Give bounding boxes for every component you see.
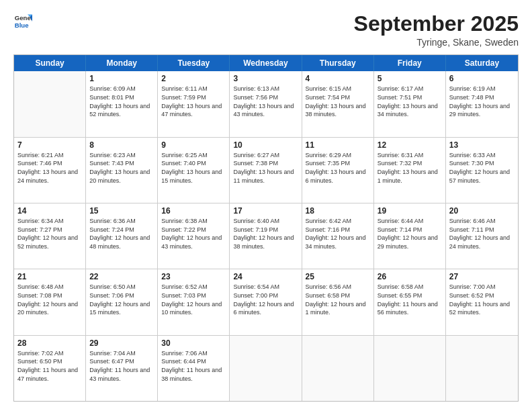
day-number: 24 [233, 271, 298, 282]
cell-info: Sunrise: 7:04 AMSunset: 6:47 PMDaylight:… [89, 349, 154, 383]
calendar-week-3: 14Sunrise: 6:34 AMSunset: 7:27 PMDayligh… [14, 203, 518, 269]
day-number: 4 [306, 73, 371, 84]
empty-cell [302, 336, 374, 401]
calendar: SundayMondayTuesdayWednesdayThursdayFrid… [13, 54, 519, 402]
day-number: 3 [233, 73, 298, 84]
day-number: 22 [89, 271, 154, 282]
day-number: 21 [17, 271, 83, 282]
day-cell-11: 11Sunrise: 6:29 AMSunset: 7:35 PMDayligh… [302, 138, 374, 203]
day-cell-18: 18Sunrise: 6:42 AMSunset: 7:16 PMDayligh… [302, 203, 374, 269]
day-cell-21: 21Sunrise: 6:48 AMSunset: 7:08 PMDayligh… [14, 269, 86, 334]
day-number: 30 [161, 338, 226, 349]
cell-info: Sunrise: 6:11 AMSunset: 7:59 PMDaylight:… [161, 85, 226, 118]
day-header-thursday: Thursday [302, 55, 374, 71]
cell-info: Sunrise: 6:17 AMSunset: 7:51 PMDaylight:… [378, 85, 443, 118]
day-cell-17: 17Sunrise: 6:40 AMSunset: 7:19 PMDayligh… [230, 203, 302, 269]
header: General Blue September 2025 Tyringe, Ska… [13, 12, 519, 48]
day-cell-8: 8Sunrise: 6:23 AMSunset: 7:43 PMDaylight… [86, 138, 158, 203]
day-number: 2 [161, 73, 226, 84]
day-cell-25: 25Sunrise: 6:56 AMSunset: 6:58 PMDayligh… [302, 269, 374, 334]
day-cell-16: 16Sunrise: 6:38 AMSunset: 7:22 PMDayligh… [158, 203, 230, 269]
empty-cell [446, 336, 518, 401]
cell-info: Sunrise: 6:34 AMSunset: 7:27 PMDaylight:… [17, 217, 83, 250]
cell-info: Sunrise: 6:56 AMSunset: 6:58 PMDaylight:… [306, 283, 371, 316]
day-cell-9: 9Sunrise: 6:25 AMSunset: 7:40 PMDaylight… [158, 138, 230, 203]
day-header-sunday: Sunday [14, 55, 86, 71]
cell-info: Sunrise: 6:31 AMSunset: 7:32 PMDaylight:… [378, 151, 443, 185]
cell-info: Sunrise: 6:54 AMSunset: 7:00 PMDaylight:… [233, 283, 298, 316]
empty-cell [14, 71, 86, 136]
cell-info: Sunrise: 6:52 AMSunset: 7:03 PMDaylight:… [161, 283, 226, 316]
day-number: 29 [89, 338, 154, 349]
cell-info: Sunrise: 7:02 AMSunset: 6:50 PMDaylight:… [17, 349, 83, 383]
day-number: 25 [306, 271, 371, 282]
day-number: 28 [17, 338, 83, 349]
day-cell-20: 20Sunrise: 6:46 AMSunset: 7:11 PMDayligh… [446, 203, 518, 269]
day-cell-2: 2Sunrise: 6:11 AMSunset: 7:59 PMDaylight… [158, 71, 230, 136]
cell-info: Sunrise: 6:58 AMSunset: 6:55 PMDaylight:… [378, 283, 443, 316]
day-header-friday: Friday [374, 55, 446, 71]
day-number: 5 [378, 73, 443, 84]
day-cell-14: 14Sunrise: 6:34 AMSunset: 7:27 PMDayligh… [14, 203, 86, 269]
day-cell-26: 26Sunrise: 6:58 AMSunset: 6:55 PMDayligh… [374, 269, 446, 334]
day-cell-10: 10Sunrise: 6:27 AMSunset: 7:38 PMDayligh… [230, 138, 302, 203]
day-cell-12: 12Sunrise: 6:31 AMSunset: 7:32 PMDayligh… [374, 138, 446, 203]
day-cell-28: 28Sunrise: 7:02 AMSunset: 6:50 PMDayligh… [14, 336, 86, 401]
calendar-week-4: 21Sunrise: 6:48 AMSunset: 7:08 PMDayligh… [14, 269, 518, 334]
day-number: 10 [233, 140, 298, 150]
day-header-monday: Monday [86, 55, 158, 71]
day-number: 14 [17, 205, 83, 216]
day-number: 11 [306, 140, 371, 150]
day-number: 19 [378, 205, 443, 216]
day-cell-6: 6Sunrise: 6:19 AMSunset: 7:48 PMDaylight… [446, 71, 518, 136]
day-cell-5: 5Sunrise: 6:17 AMSunset: 7:51 PMDaylight… [374, 71, 446, 136]
empty-cell [374, 336, 446, 401]
day-number: 26 [378, 271, 443, 282]
day-number: 17 [233, 205, 298, 216]
day-header-wednesday: Wednesday [230, 55, 302, 71]
cell-info: Sunrise: 6:42 AMSunset: 7:16 PMDaylight:… [306, 217, 371, 250]
cell-info: Sunrise: 6:25 AMSunset: 7:40 PMDaylight:… [161, 151, 226, 185]
day-cell-4: 4Sunrise: 6:15 AMSunset: 7:54 PMDaylight… [302, 71, 374, 136]
location: Tyringe, Skane, Sweden [354, 37, 519, 48]
cell-info: Sunrise: 6:15 AMSunset: 7:54 PMDaylight:… [306, 85, 371, 118]
cell-info: Sunrise: 6:29 AMSunset: 7:35 PMDaylight:… [306, 151, 371, 185]
day-number: 20 [449, 205, 515, 216]
day-cell-3: 3Sunrise: 6:13 AMSunset: 7:56 PMDaylight… [230, 71, 302, 136]
day-cell-15: 15Sunrise: 6:36 AMSunset: 7:24 PMDayligh… [86, 203, 158, 269]
title-block: September 2025 Tyringe, Skane, Sweden [354, 12, 519, 48]
day-number: 1 [89, 73, 154, 84]
day-number: 9 [161, 140, 226, 150]
cell-info: Sunrise: 6:46 AMSunset: 7:11 PMDaylight:… [449, 217, 515, 250]
calendar-week-2: 7Sunrise: 6:21 AMSunset: 7:46 PMDaylight… [14, 137, 518, 203]
day-number: 8 [89, 140, 154, 150]
cell-info: Sunrise: 6:36 AMSunset: 7:24 PMDaylight:… [89, 217, 154, 250]
calendar-body: 1Sunrise: 6:09 AMSunset: 8:01 PMDaylight… [14, 71, 518, 401]
day-cell-30: 30Sunrise: 7:06 AMSunset: 6:44 PMDayligh… [158, 336, 230, 401]
day-number: 16 [161, 205, 226, 216]
day-cell-13: 13Sunrise: 6:33 AMSunset: 7:30 PMDayligh… [446, 138, 518, 203]
day-number: 15 [89, 205, 154, 216]
day-cell-22: 22Sunrise: 6:50 AMSunset: 7:06 PMDayligh… [86, 269, 158, 334]
day-number: 18 [306, 205, 371, 216]
day-number: 27 [449, 271, 515, 282]
cell-info: Sunrise: 6:23 AMSunset: 7:43 PMDaylight:… [89, 151, 154, 185]
calendar-week-5: 28Sunrise: 7:02 AMSunset: 6:50 PMDayligh… [14, 335, 518, 401]
logo-icon: General Blue [13, 12, 32, 31]
cell-info: Sunrise: 6:40 AMSunset: 7:19 PMDaylight:… [233, 217, 298, 250]
day-number: 12 [378, 140, 443, 150]
day-cell-24: 24Sunrise: 6:54 AMSunset: 7:00 PMDayligh… [230, 269, 302, 334]
cell-info: Sunrise: 6:48 AMSunset: 7:08 PMDaylight:… [17, 283, 83, 316]
day-header-tuesday: Tuesday [158, 55, 230, 71]
cell-info: Sunrise: 6:50 AMSunset: 7:06 PMDaylight:… [89, 283, 154, 316]
cell-info: Sunrise: 7:00 AMSunset: 6:52 PMDaylight:… [449, 283, 515, 316]
day-cell-27: 27Sunrise: 7:00 AMSunset: 6:52 PMDayligh… [446, 269, 518, 334]
day-cell-19: 19Sunrise: 6:44 AMSunset: 7:14 PMDayligh… [374, 203, 446, 269]
day-number: 23 [161, 271, 226, 282]
cell-info: Sunrise: 6:13 AMSunset: 7:56 PMDaylight:… [233, 85, 298, 118]
empty-cell [230, 336, 302, 401]
cell-info: Sunrise: 6:38 AMSunset: 7:22 PMDaylight:… [161, 217, 226, 250]
day-cell-1: 1Sunrise: 6:09 AMSunset: 8:01 PMDaylight… [86, 71, 158, 136]
day-number: 7 [17, 140, 83, 150]
day-header-saturday: Saturday [446, 55, 518, 71]
